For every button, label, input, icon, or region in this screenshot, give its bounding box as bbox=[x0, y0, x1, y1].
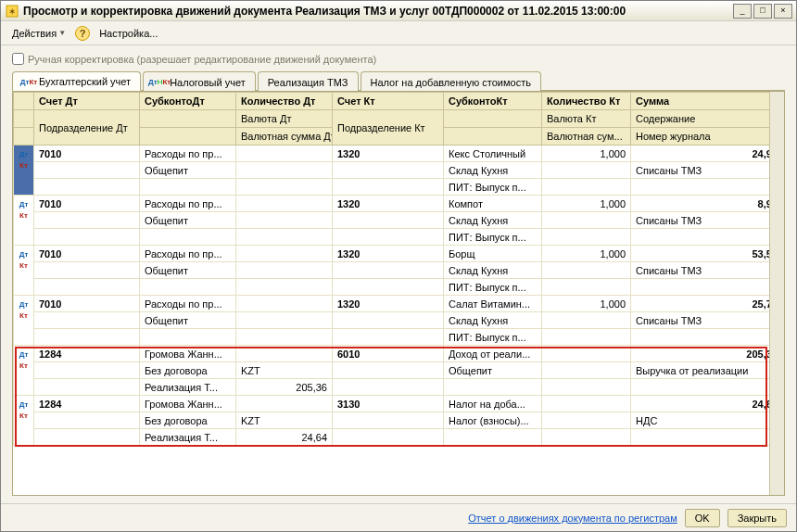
cell-journal[interactable] bbox=[631, 429, 770, 446]
cell-podr-kt[interactable] bbox=[333, 412, 444, 429]
cell-val-kt[interactable] bbox=[542, 362, 631, 379]
col-valsum-kt[interactable]: Валютная сум... bbox=[542, 128, 631, 146]
cell-soder[interactable]: НДС bbox=[631, 412, 770, 429]
cell-valsum-kt[interactable] bbox=[542, 229, 631, 246]
cell-soder[interactable]: Списаны ТМЗ bbox=[631, 212, 770, 229]
table-row[interactable]: ДтКт 1284 Громова Жанн... 6010 Доход от … bbox=[14, 346, 770, 362]
cell-soder[interactable]: Списаны ТМЗ bbox=[631, 262, 770, 279]
cell-qty-dt[interactable] bbox=[236, 196, 333, 212]
close-window-button[interactable]: × bbox=[774, 4, 792, 19]
cell-sub3-kt[interactable]: ПИТ: Выпуск п... bbox=[444, 229, 542, 246]
table-row[interactable]: ПИТ: Выпуск п... bbox=[14, 179, 770, 196]
cell-val-dt[interactable] bbox=[236, 262, 333, 279]
col-valsum-dt[interactable]: Валютная сумма Дт bbox=[236, 128, 333, 146]
cell-journal[interactable] bbox=[631, 329, 770, 346]
minimize-button[interactable]: _ bbox=[733, 4, 752, 19]
col-sum[interactable]: Сумма bbox=[631, 93, 770, 110]
cell-sub3-kt[interactable] bbox=[444, 379, 542, 396]
cell-kt[interactable]: 3130 bbox=[333, 396, 444, 412]
cell-sub2-kt[interactable]: Налог (взносы)... bbox=[444, 412, 542, 429]
col-podr-kt[interactable]: Подразделение Кт bbox=[333, 110, 444, 146]
cell-sub2-dt[interactable]: Общепит bbox=[140, 212, 236, 229]
tab-vat[interactable]: Налог на добавленную стоимость bbox=[361, 71, 541, 91]
cell-valsum-dt[interactable]: 24,64 bbox=[236, 429, 333, 446]
maximize-button[interactable]: □ bbox=[753, 4, 772, 19]
cell-valsum-dt[interactable] bbox=[236, 179, 333, 196]
cell-sub1-kt[interactable]: Доход от реали... bbox=[444, 346, 542, 362]
cell-kt[interactable]: 1320 bbox=[333, 246, 444, 262]
cell-qty-dt[interactable] bbox=[236, 146, 333, 162]
cell-val-kt[interactable] bbox=[542, 262, 631, 279]
cell-val-dt[interactable] bbox=[236, 312, 333, 329]
cell-sub3-dt[interactable] bbox=[140, 229, 236, 246]
cell-valsum-kt[interactable] bbox=[542, 429, 631, 446]
table-row[interactable]: Общепит Склад Кухня Списаны ТМЗ bbox=[14, 212, 770, 229]
grid-scroll[interactable]: Счет Дт СубконтоДт Количество Дт Счет Кт… bbox=[13, 92, 769, 495]
col-podr-dt[interactable]: Подразделение Дт bbox=[34, 110, 140, 146]
cell-valsum-kt[interactable] bbox=[542, 179, 631, 196]
cell-sub1-dt[interactable]: Расходы по пр... bbox=[140, 146, 236, 162]
cell-podr-dt[interactable] bbox=[34, 312, 140, 329]
cell-dt[interactable]: 7010 bbox=[34, 196, 140, 212]
cell-valsum-dt[interactable] bbox=[236, 329, 333, 346]
cell-qty-kt[interactable]: 1,000 bbox=[542, 246, 631, 262]
col-qty-dt[interactable]: Количество Дт bbox=[236, 93, 333, 110]
cell-sub2-dt[interactable]: Без договора bbox=[140, 412, 236, 429]
ok-button[interactable]: OK bbox=[685, 509, 720, 527]
cell-dt[interactable]: 7010 bbox=[34, 296, 140, 312]
cell-kt[interactable]: 1320 bbox=[333, 196, 444, 212]
cell-qty-dt[interactable] bbox=[236, 396, 333, 412]
table-row[interactable]: ПИТ: Выпуск п... bbox=[14, 229, 770, 246]
cell-kt[interactable]: 1320 bbox=[333, 296, 444, 312]
cell-sum[interactable]: 53,53 bbox=[631, 246, 770, 262]
actions-menu[interactable]: Действия ▼ bbox=[6, 26, 71, 41]
cell-sub1-kt[interactable]: Налог на доба... bbox=[444, 396, 542, 412]
cell-sub2-kt[interactable]: Склад Кухня bbox=[444, 212, 542, 229]
cell-sum[interactable]: 24,92 bbox=[631, 146, 770, 162]
cell-sub2-kt[interactable]: Склад Кухня bbox=[444, 162, 542, 179]
cell-sub1-dt[interactable]: Громова Жанн... bbox=[140, 396, 236, 412]
settings-button[interactable]: Настройка... bbox=[94, 26, 163, 41]
cell-dt[interactable]: 1284 bbox=[34, 346, 140, 362]
cell-sum[interactable]: 24,64 bbox=[631, 396, 770, 412]
cell-val-kt[interactable] bbox=[542, 162, 631, 179]
cell-val-dt[interactable] bbox=[236, 212, 333, 229]
col-val-kt[interactable]: Валюта Кт bbox=[542, 110, 631, 128]
table-row[interactable]: Реализация Т... 205,36 bbox=[14, 379, 770, 396]
table-row[interactable]: Общепит Склад Кухня Списаны ТМЗ bbox=[14, 162, 770, 179]
cell-qty-kt[interactable]: 1,000 bbox=[542, 296, 631, 312]
tab-tmz[interactable]: Реализация ТМЗ bbox=[258, 71, 359, 91]
cell-valsum-dt[interactable] bbox=[236, 279, 333, 296]
table-row[interactable]: ПИТ: Выпуск п... bbox=[14, 279, 770, 296]
cell-journal[interactable] bbox=[631, 179, 770, 196]
table-row[interactable]: ДтКт 7010 Расходы по пр... 1320 Салат Ви… bbox=[14, 296, 770, 312]
cell-sub2-kt[interactable]: Склад Кухня bbox=[444, 312, 542, 329]
cell-soder[interactable]: Списаны ТМЗ bbox=[631, 312, 770, 329]
cell-sub1-kt[interactable]: Салат Витамин... bbox=[444, 296, 542, 312]
cell-sub2-dt[interactable]: Общепит bbox=[140, 162, 236, 179]
cell-podr-kt[interactable] bbox=[333, 312, 444, 329]
vertical-scrollbar[interactable] bbox=[769, 92, 784, 495]
table-row[interactable]: Общепит Склад Кухня Списаны ТМЗ bbox=[14, 312, 770, 329]
cell-val-kt[interactable] bbox=[542, 212, 631, 229]
cell-podr-dt[interactable] bbox=[34, 162, 140, 179]
table-row[interactable]: ДтКт 7010 Расходы по пр... 1320 Борщ 1,0… bbox=[14, 246, 770, 262]
cell-qty-dt[interactable] bbox=[236, 296, 333, 312]
cell-podr-dt[interactable] bbox=[34, 412, 140, 429]
cell-kt[interactable]: 1320 bbox=[333, 146, 444, 162]
cell-sub2-dt[interactable]: Общепит bbox=[140, 262, 236, 279]
cell-qty-dt[interactable] bbox=[236, 346, 333, 362]
cell-val-dt[interactable]: KZT bbox=[236, 362, 333, 379]
cell-valsum-kt[interactable] bbox=[542, 279, 631, 296]
table-row[interactable]: ДтКт 1284 Громова Жанн... 3130 Налог на … bbox=[14, 396, 770, 412]
cell-sub3-kt[interactable] bbox=[444, 429, 542, 446]
col-journal[interactable]: Номер журнала bbox=[631, 128, 770, 146]
cell-val-dt[interactable] bbox=[236, 162, 333, 179]
cell-valsum-dt[interactable]: 205,36 bbox=[236, 379, 333, 396]
cell-sub2-dt[interactable]: Без договора bbox=[140, 362, 236, 379]
cell-podr-kt[interactable] bbox=[333, 262, 444, 279]
col-subkonto-dt[interactable]: СубконтоДт bbox=[140, 93, 236, 110]
cell-sub1-kt[interactable]: Кекс Столичный bbox=[444, 146, 542, 162]
cell-sub1-kt[interactable]: Борщ bbox=[444, 246, 542, 262]
cell-qty-kt[interactable] bbox=[542, 346, 631, 362]
